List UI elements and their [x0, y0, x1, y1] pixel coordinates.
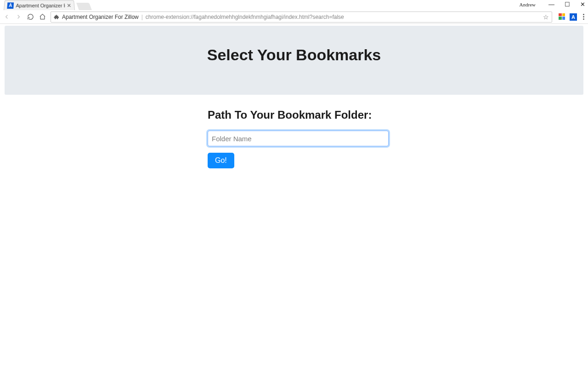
- tab-close-icon[interactable]: ✕: [67, 3, 72, 8]
- omnibox-url: chrome-extension://fagahnedolmehhglndekf…: [146, 14, 344, 20]
- maximize-icon[interactable]: ☐: [565, 1, 570, 7]
- window-controls: Andrew — ☐ ✕: [520, 1, 585, 7]
- forward-icon[interactable]: [15, 13, 22, 21]
- omnibox-separator: |: [141, 14, 143, 20]
- bookmark-form: Path To Your Bookmark Folder: Go!: [208, 109, 389, 168]
- tab-favicon-icon: A: [7, 2, 14, 9]
- tab-strip: A Apartment Organizer For ✕: [4, 0, 90, 10]
- folder-name-input[interactable]: [208, 131, 389, 146]
- address-bar[interactable]: Apartment Organizer For Zillow | chrome-…: [51, 12, 552, 23]
- bookmark-star-icon[interactable]: ☆: [543, 13, 549, 21]
- browser-tab[interactable]: A Apartment Organizer For ✕: [4, 0, 75, 10]
- minimize-icon[interactable]: —: [548, 1, 554, 7]
- page-content: Select Your Bookmarks Path To Your Bookm…: [0, 24, 588, 168]
- tab-title: Apartment Organizer For: [16, 3, 65, 8]
- home-icon[interactable]: [39, 13, 46, 21]
- hero-banner: Select Your Bookmarks: [5, 26, 583, 95]
- browser-menu-icon[interactable]: [582, 14, 584, 20]
- browser-titlebar: A Apartment Organizer For ✕ Andrew — ☐ ✕: [0, 0, 588, 10]
- omnibox-extension-title: Apartment Organizer For Zillow: [62, 14, 139, 20]
- extension-puzzle-icon: [54, 14, 59, 20]
- form-label: Path To Your Bookmark Folder:: [208, 109, 389, 121]
- page-title: Select Your Bookmarks: [207, 46, 381, 64]
- browser-toolbar: Apartment Organizer For Zillow | chrome-…: [0, 10, 588, 24]
- close-window-icon[interactable]: ✕: [580, 1, 585, 7]
- reload-icon[interactable]: [27, 13, 34, 21]
- toolbar-actions: A: [559, 13, 585, 21]
- back-icon[interactable]: [3, 13, 10, 21]
- new-tab-button[interactable]: [76, 3, 92, 10]
- extension-apps-icon[interactable]: [559, 13, 566, 21]
- go-button[interactable]: Go!: [208, 153, 234, 168]
- extension-apartment-icon[interactable]: A: [570, 13, 577, 21]
- profile-name[interactable]: Andrew: [520, 2, 536, 7]
